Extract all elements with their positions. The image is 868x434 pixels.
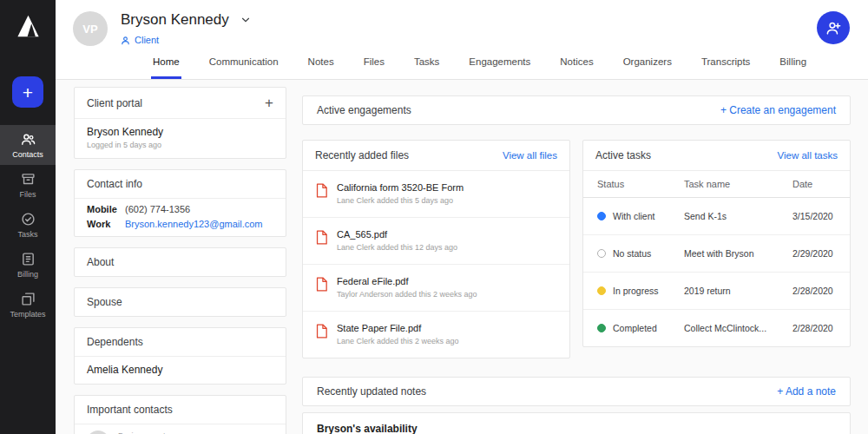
status-label: In progress: [613, 286, 659, 296]
status-cell: In progress: [597, 286, 684, 296]
dependent-item[interactable]: Amelia Kennedy: [75, 357, 286, 384]
tab-home[interactable]: Home: [151, 56, 181, 79]
file-text: CA_565.pdf Lane Clerk added this 12 days…: [337, 229, 457, 252]
contacts-icon: [21, 132, 36, 147]
dependents-card: Dependents Amelia Kennedy: [74, 327, 286, 385]
table-row[interactable]: Completed Collect McClintock... 2/28/202…: [583, 309, 850, 346]
chevron-down-icon[interactable]: [240, 14, 252, 26]
sidebar-item-label: Files: [19, 190, 36, 199]
sidebar-item-billing[interactable]: Billing: [0, 245, 56, 285]
tasks-icon: [21, 212, 36, 227]
client-portal-card: Client portal + Bryson Kennedy Logged in…: [74, 87, 286, 159]
pdf-file-icon: [315, 230, 328, 245]
contact-info-card: Contact info Mobile (602) 774-1356 Work …: [74, 169, 286, 237]
table-row[interactable]: With client Send K-1s 3/15/2020: [583, 198, 850, 234]
page-title: Bryson Kennedy: [121, 11, 229, 29]
task-name: Send K-1s: [684, 211, 792, 221]
task-name: 2019 return: [684, 286, 792, 296]
pdf-file-icon: [315, 183, 328, 198]
client-portal-add-button[interactable]: +: [265, 95, 273, 110]
tab-engagements[interactable]: Engagements: [467, 56, 532, 79]
active-engagements-title: Active engagements: [317, 104, 411, 116]
view-all-files-link[interactable]: View all files: [503, 150, 557, 161]
view-all-tasks-link[interactable]: View all tasks: [778, 150, 838, 161]
client-type-label: Client: [135, 35, 159, 45]
contact-row-work: Work Bryson.kennedy123@gmail.com: [87, 219, 273, 229]
file-row[interactable]: State Paper File.pdf Lane Clerk added th…: [303, 311, 569, 358]
file-text: State Paper File.pdf Lane Clerk added th…: [337, 323, 459, 345]
sidebar-item-label: Tasks: [17, 230, 37, 239]
spouse-title: Spouse: [87, 296, 122, 308]
avatar: VP: [87, 431, 109, 434]
task-name: Meet with Bryson: [684, 248, 792, 259]
tab-notes[interactable]: Notes: [306, 56, 336, 79]
app: + Contacts Files Tasks: [0, 0, 868, 434]
file-text: California form 3520-BE Form Lane Clerk …: [337, 182, 464, 205]
recent-files-panel: Recently added files View all files Cali…: [302, 140, 570, 358]
sidebar-item-contacts[interactable]: Contacts: [0, 125, 56, 165]
tab-notices[interactable]: Notices: [558, 56, 595, 79]
contact-row-mobile: Mobile (602) 774-1356: [87, 204, 273, 214]
recent-files-title: Recently added files: [315, 149, 409, 161]
important-contacts-card: Important contacts VP Business partner V…: [74, 395, 286, 434]
about-title: About: [87, 256, 114, 268]
create-engagement-link[interactable]: + Create an engagement: [720, 104, 836, 116]
file-row[interactable]: California form 3520-BE Form Lane Clerk …: [303, 171, 569, 217]
file-meta: Lane Clerk added this 12 days ago: [337, 243, 457, 252]
client-name-block: Bryson Kennedy Client: [121, 11, 252, 46]
important-contact-item[interactable]: VP Business partner Veronica Palmer: [75, 424, 286, 434]
task-date: 2/28/2020: [792, 286, 836, 296]
assign-team-button[interactable]: [817, 11, 850, 44]
tab-communication[interactable]: Communication: [207, 56, 280, 79]
file-meta: Taylor Anderson added this 2 weeks ago: [337, 290, 477, 299]
pdf-file-icon: [315, 324, 328, 339]
file-row[interactable]: Federal eFile.pdf Taylor Anderson added …: [303, 264, 569, 311]
about-card: About: [74, 247, 286, 277]
portal-user-name: Bryson Kennedy: [87, 126, 273, 138]
client-identity: VP Bryson Kennedy Client: [73, 11, 252, 46]
note-item[interactable]: Bryson's availability Bryson will be out…: [302, 412, 851, 434]
recent-notes-title: Recently updated notes: [317, 385, 426, 398]
file-name: State Paper File.pdf: [337, 323, 459, 333]
file-name: Federal eFile.pdf: [337, 276, 477, 286]
file-meta: Lane Clerk added this 2 weeks ago: [337, 337, 459, 345]
status-label: With client: [613, 211, 654, 221]
status-dot: [597, 212, 606, 220]
logo-icon: [16, 14, 40, 38]
task-date: 2/28/2020: [792, 323, 836, 333]
tab-billing[interactable]: Billing: [778, 56, 808, 79]
file-name: CA_565.pdf: [337, 229, 457, 240]
app-logo[interactable]: [16, 14, 40, 38]
sidebar-item-tasks[interactable]: Tasks: [0, 205, 56, 245]
contact-label: Work: [87, 219, 118, 229]
recent-notes-bar: Recently updated notes + Add a note: [302, 377, 851, 406]
portal-login-status: Logged in 5 days ago: [87, 141, 273, 149]
task-date: 3/15/2020: [792, 211, 836, 221]
add-note-link[interactable]: + Add a note: [777, 385, 836, 398]
spouse-card: Spouse: [74, 287, 286, 317]
avatar: VP: [73, 11, 108, 46]
sidebar-item-label: Contacts: [12, 150, 43, 159]
pdf-file-icon: [315, 277, 328, 292]
important-contacts-title: Important contacts: [87, 404, 173, 416]
contact-label: Mobile: [87, 204, 118, 214]
main-content: Active engagements + Create an engagemen…: [302, 95, 851, 434]
templates-icon: [21, 292, 36, 306]
tab-transcripts[interactable]: Transcripts: [700, 56, 752, 79]
tab-organizers[interactable]: Organizers: [621, 56, 674, 79]
status-label: No status: [613, 248, 651, 259]
tab-tasks[interactable]: Tasks: [412, 56, 441, 79]
task-date: 2/29/2020: [792, 248, 836, 259]
status-dot: [597, 249, 606, 258]
sidebar-item-files[interactable]: Files: [0, 165, 56, 205]
status-cell: Completed: [597, 323, 684, 333]
email-link[interactable]: Bryson.kennedy123@gmail.com: [125, 219, 263, 229]
file-row[interactable]: CA_565.pdf Lane Clerk added this 12 days…: [303, 217, 569, 264]
sidebar-item-templates[interactable]: Templates: [0, 285, 56, 325]
global-add-button[interactable]: +: [12, 76, 43, 108]
table-row[interactable]: In progress 2019 return 2/28/2020: [583, 272, 850, 309]
table-row[interactable]: No status Meet with Bryson 2/29/2020: [583, 234, 850, 272]
tab-files[interactable]: Files: [362, 56, 386, 79]
status-dot: [597, 324, 606, 332]
note-title: Bryson's availability: [317, 423, 836, 434]
